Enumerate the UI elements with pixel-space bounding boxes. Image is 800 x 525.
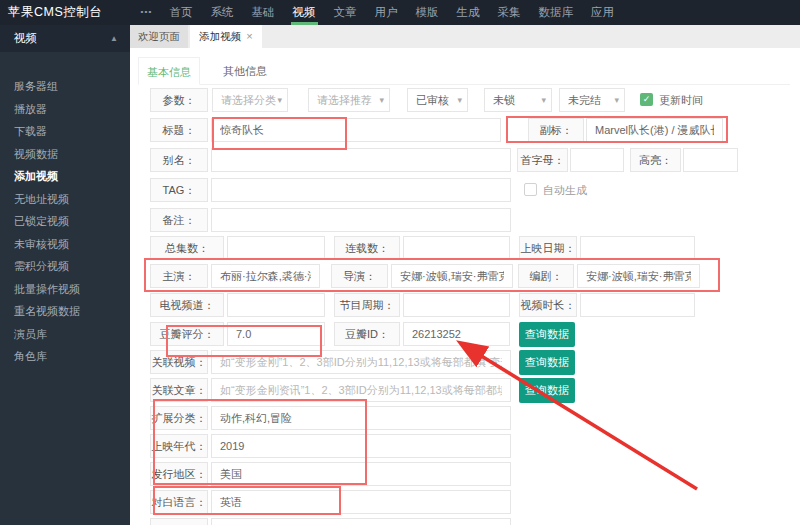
menu-item-home[interactable]: 首页 [168,0,195,25]
sidebar-item-downloader[interactable]: 下载器 [0,120,130,143]
query-related-video-button[interactable]: 查询数据 [519,350,575,375]
area-input[interactable] [211,462,511,486]
menu-item-app[interactable]: 应用 [589,0,616,25]
update-time-checkbox[interactable]: ✓ [640,93,653,106]
year-input[interactable] [211,434,511,458]
related-video-input[interactable] [211,350,511,374]
auto-generate-checkbox[interactable] [524,183,537,196]
serial-number-input[interactable] [403,236,510,260]
next-field-label [150,518,208,525]
related-article-input[interactable] [211,378,511,402]
tab-welcome[interactable]: 欢迎页面 [130,25,188,48]
sidebar-item-add-video[interactable]: 添加视频 [0,165,130,188]
menu-item-article[interactable]: 文章 [332,0,359,25]
chevron-down-icon: ▾ [457,89,462,111]
actors-input[interactable] [211,264,320,288]
tag-input[interactable] [211,178,511,202]
menu-item-collect[interactable]: 采集 [496,0,523,25]
sidebar-item-player[interactable]: 播放器 [0,98,130,121]
category-select-value: 请选择分类 [221,94,276,106]
chevron-down-icon: ▾ [541,89,546,111]
tab-other-info[interactable]: 其他信息 [214,57,276,85]
sidebar-item-video-data[interactable]: 视频数据 [0,143,130,166]
area-label: 发行地区： [150,462,208,486]
sidebar-item-role-library[interactable]: 角色库 [0,345,130,368]
initial-label: 首字母： [517,148,568,172]
query-douban-button[interactable]: 查询数据 [519,322,575,347]
highlight-input[interactable] [683,148,738,172]
sidebar-group-label: 视频 [14,32,37,44]
audit-select-value: 已审核 [416,94,449,106]
sidebar-group-video[interactable]: 视频 ▲ [0,25,130,52]
tab-add-video[interactable]: 添加视频× [190,25,262,48]
subtitle-label: 副标： [528,118,584,142]
sidebar-item-server-group[interactable]: 服务器组 [0,75,130,98]
lock-select[interactable]: 未锁▾ [484,88,552,112]
duration-input[interactable] [580,293,695,317]
topbar: 苹果CMS控制台 ⋯ 首页 系统 基础 视频 文章 用户 模版 生成 采集 数据… [0,0,800,25]
initial-input[interactable] [570,148,624,172]
douban-id-input[interactable] [403,322,510,346]
recommend-select[interactable]: 请选择推荐▾ [308,88,390,112]
title-input[interactable] [211,118,501,142]
douban-score-label: 豆瓣评分： [150,322,224,346]
related-video-label: 关联视频： [150,350,208,374]
tv-channel-label: 电视频道： [150,293,224,317]
language-input[interactable] [211,490,511,514]
auto-generate-label: 自动生成 [543,178,587,202]
ext-class-input[interactable] [211,406,511,430]
director-input[interactable] [391,264,513,288]
sidebar: 视频 ▲ 服务器组 播放器 下载器 视频数据 添加视频 无地址视频 已锁定视频 … [0,25,130,525]
category-select[interactable]: 请选择分类▾ [212,88,288,112]
menu-item-database[interactable]: 数据库 [537,0,576,25]
tv-channel-input[interactable] [227,293,325,317]
app-logo: 苹果CMS控制台 [8,0,102,25]
title-label: 标题： [150,118,208,142]
collapse-up-icon: ▲ [110,25,118,52]
tab-strip: 欢迎页面 添加视频× [130,25,800,48]
program-cycle-input[interactable] [403,293,510,317]
chevron-down-icon: ▾ [614,89,619,111]
sidebar-item-duplicate-video[interactable]: 重名视频数据 [0,300,130,323]
menu-item-user[interactable]: 用户 [373,0,400,25]
sidebar-item-batch-video[interactable]: 批量操作视频 [0,278,130,301]
menu-item-generate[interactable]: 生成 [455,0,482,25]
sidebar-item-points-video[interactable]: 需积分视频 [0,255,130,278]
language-label: 对白语言： [150,490,208,514]
menu-item-template[interactable]: 模版 [414,0,441,25]
related-article-label: 关联文章： [150,378,208,402]
sidebar-item-actor-library[interactable]: 演员库 [0,323,130,346]
remark-input[interactable] [211,208,511,232]
tab-basic-info[interactable]: 基本信息 [138,57,200,85]
sidebar-item-locked-video[interactable]: 已锁定视频 [0,210,130,233]
douban-id-label: 豆瓣ID： [334,322,400,346]
more-icon[interactable]: ⋯ [138,0,154,25]
menu-item-system[interactable]: 系统 [209,0,236,25]
serial-number-label: 连载数： [334,236,400,260]
actors-label: 主演： [150,264,208,288]
chevron-down-icon: ▾ [277,89,282,111]
total-episodes-label: 总集数： [150,236,224,260]
subtitle-input[interactable] [586,118,723,142]
release-date-input[interactable] [580,236,695,260]
sidebar-item-unreviewed-video[interactable]: 未审核视频 [0,233,130,256]
sidebar-item-no-url-video[interactable]: 无地址视频 [0,188,130,211]
finished-select[interactable]: 未完结▾ [559,88,625,112]
query-related-article-button[interactable]: 查询数据 [519,378,575,403]
audit-select[interactable]: 已审核▾ [407,88,468,112]
next-field-input[interactable] [211,518,511,525]
writer-label: 编剧： [518,264,574,288]
menu-item-video[interactable]: 视频 [291,0,318,25]
douban-score-input[interactable] [227,322,325,346]
total-episodes-input[interactable] [227,236,325,260]
lock-select-value: 未锁 [493,94,515,106]
writer-input[interactable] [577,264,700,288]
menu-item-basic[interactable]: 基础 [250,0,277,25]
highlight-label: 高亮： [630,148,681,172]
params-label: 参数： [150,88,208,112]
remark-label: 备注： [150,208,208,232]
check-icon: ✓ [643,94,651,104]
ext-class-label: 扩展分类： [150,406,208,430]
alias-input[interactable] [211,148,511,172]
close-icon[interactable]: × [246,25,252,48]
